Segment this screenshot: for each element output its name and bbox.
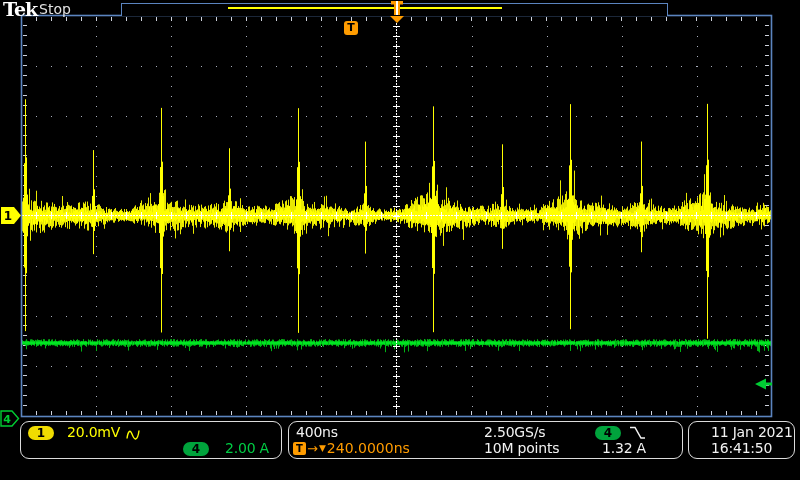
oscilloscope-screen: Tek Stop T 1 4 1 20.0mV 4 2.00 A 400ns 2… — [0, 0, 800, 480]
record-view-waveform-line — [228, 7, 502, 9]
ch4-marker-label: 4 — [3, 413, 11, 426]
trigger-flag-letter: T — [347, 21, 355, 34]
date-readout: 11 Jan 2021 — [711, 425, 793, 440]
ch4-scale-readout: 2.00 A — [225, 441, 269, 456]
falling-edge-path — [630, 428, 645, 439]
ch1-position-marker[interactable]: 1 — [1, 206, 24, 225]
ch1-marker-label: 1 — [4, 209, 12, 223]
falling-edge-icon — [629, 426, 647, 440]
ac-coupling-icon — [125, 428, 143, 441]
trigger-level-arrow[interactable] — [754, 376, 773, 392]
expansion-point-arrow-icon — [390, 16, 404, 23]
ch4-position-marker[interactable]: 4 — [0, 410, 21, 428]
graticule-waveform-display — [0, 0, 800, 480]
ch1-scale-readout: 20.0mV — [67, 425, 120, 440]
trigger-arrow-icon: → — [307, 442, 318, 455]
trigger-position-flag[interactable]: T — [344, 21, 358, 35]
ac-sine-path — [127, 431, 139, 440]
datetime-box: 11 Jan 2021 16:41:50 — [688, 421, 795, 459]
trigger-source-badge: 4 — [595, 426, 621, 440]
tek-logo: Tek — [3, 0, 37, 20]
horizontal-trigger-readout-box: 400ns 2.50GS/s 4 T → ▼ 240.0000ns 10M po… — [288, 421, 683, 459]
trigger-level-arrow-shape — [755, 379, 772, 390]
time-readout: 16:41:50 — [711, 441, 772, 456]
trigger-cursor-icon: ▼ — [319, 442, 326, 455]
trigger-t-icon: T — [293, 442, 306, 455]
acquisition-status: Stop — [39, 1, 71, 17]
sample-rate-readout: 2.50GS/s — [484, 425, 545, 440]
ch4-badge: 4 — [183, 442, 209, 456]
horizontal-scale-readout: 400ns — [296, 425, 338, 440]
channel-readout-box: 1 20.0mV 4 2.00 A — [20, 421, 282, 459]
trigger-level-readout: 1.32 A — [602, 441, 646, 456]
record-length-readout: 10M points — [484, 441, 559, 456]
trigger-delay-readout: T → ▼ 240.0000ns — [293, 441, 410, 455]
trigger-position-pin[interactable] — [389, 0, 405, 24]
pin-slit — [396, 1, 398, 15]
trigger-delay-value: 240.0000ns — [327, 441, 410, 455]
ch1-badge: 1 — [28, 426, 54, 440]
